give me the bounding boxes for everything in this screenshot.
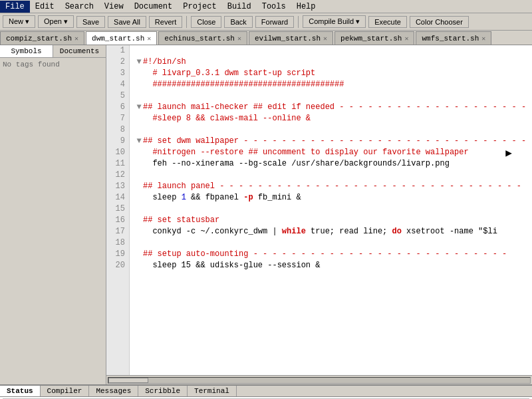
fold-2[interactable] [135, 68, 143, 79]
tab-pekwm-start[interactable]: pekwm_start.sh ✕ [334, 31, 414, 45]
tab-wmfs-start[interactable]: wmfs_start.sh ✕ [416, 31, 491, 45]
tab-close-compiz[interactable]: ✕ [74, 35, 78, 43]
menu-view[interactable]: View [99, 1, 129, 13]
horizontal-scrollbar[interactable] [106, 375, 532, 384]
sidebar-tab-symbols[interactable]: Symbols [0, 45, 53, 57]
code-line-5: ## launch mail-checker ## edit if needed… [143, 102, 532, 112]
msg-tab-messages[interactable]: Messages [89, 386, 138, 396]
color-chooser-button[interactable]: Color Chooser [410, 16, 469, 28]
tab-close-echinus[interactable]: ✕ [237, 35, 241, 43]
code-line-12: ## launch panel - - - - - - - - - - - - … [143, 182, 521, 191]
editor-area: 1 2 3 4 5 6 7 8 9 10 11 12 13 14 15 16 1 [106, 45, 532, 384]
sidebar-tab-bar: Symbols Documents [0, 45, 106, 58]
menu-search[interactable]: Search [60, 1, 99, 13]
fold-4[interactable] [135, 90, 143, 102]
code-line-2: # livarp_0.3.1 dwm start-up script [143, 68, 315, 78]
tab-compiz-start[interactable]: compiz_start.sh ✕ [0, 31, 84, 45]
menu-build[interactable]: Build [222, 1, 257, 13]
menu-edit[interactable]: Edit [30, 1, 60, 13]
save-all-button[interactable]: Save All [108, 16, 146, 28]
fold-1[interactable]: ▼ [135, 57, 143, 68]
fold-16[interactable] [135, 226, 143, 237]
tab-close-wmfs[interactable]: ✕ [481, 35, 485, 43]
fold-7[interactable] [135, 124, 143, 136]
menu-project[interactable]: Project [178, 1, 221, 13]
menu-file[interactable]: File [0, 1, 30, 13]
msg-tab-scribble[interactable]: Scribble [138, 386, 188, 396]
fold-19[interactable] [135, 260, 143, 271]
message-tab-bar: Status Compiler Messages Scribble Termin… [0, 386, 532, 397]
line-numbers: 1 2 3 4 5 6 7 8 9 10 11 12 13 14 15 16 1 [106, 45, 130, 375]
sidebar-tab-documents[interactable]: Documents [53, 45, 106, 57]
open-button[interactable]: Open ▾ [38, 15, 74, 28]
close-button[interactable]: Close [191, 16, 221, 28]
fold-11[interactable] [135, 170, 143, 181]
code-line-20 [143, 272, 148, 281]
toolbar-sep-2 [298, 16, 299, 28]
new-button[interactable]: New ▾ [3, 15, 35, 28]
fold-13[interactable] [135, 192, 143, 203]
menu-tools[interactable]: Tools [257, 1, 291, 13]
tab-close-evilwm[interactable]: ✕ [323, 35, 327, 43]
code-line-17 [143, 238, 148, 247]
editor[interactable]: 1 2 3 4 5 6 7 8 9 10 11 12 13 14 15 16 1 [106, 45, 532, 375]
message-panel: Status Compiler Messages Scribble Termin… [0, 384, 532, 399]
fold-3[interactable] [135, 79, 143, 90]
menu-document[interactable]: Document [129, 1, 178, 13]
tab-evilwm-start[interactable]: evilwm_start.sh ✕ [249, 31, 333, 45]
sidebar: Symbols Documents No tags found [0, 45, 106, 384]
code-line-3: ######################################## [143, 80, 344, 89]
fold-18[interactable] [135, 249, 143, 260]
code-editor[interactable]: ▼#!/bin/sh # livarp_0.3.1 dwm start-up s… [130, 45, 532, 375]
revert-button[interactable]: Revert [149, 16, 182, 28]
code-line-9: #nitrogen --restore ## uncomment to disp… [143, 148, 469, 157]
fold-9[interactable] [135, 147, 143, 158]
content-area: Symbols Documents No tags found 1 2 3 4 … [0, 45, 532, 384]
fold-10[interactable] [135, 158, 143, 170]
code-line-10: feh --no-xinerama --bg-scale /usr/share/… [143, 159, 450, 168]
execute-button[interactable]: Execute [368, 16, 407, 28]
menu-bar: File Edit Search View Document Project B… [0, 0, 532, 13]
code-line-16: conkyd -c ~/.conkyrc_dwm | while true; r… [143, 227, 497, 236]
fold-8[interactable]: ▼ [135, 136, 143, 147]
hscroll-thumb[interactable] [108, 378, 148, 383]
msg-tab-status[interactable]: Status [0, 386, 41, 396]
code-line-15: ## set statusbar [143, 215, 219, 225]
tab-echinus-start[interactable]: echinus_start.sh ✕ [158, 31, 247, 45]
fold-12[interactable] [135, 181, 143, 192]
menu-help[interactable]: Help [291, 1, 321, 13]
fold-20[interactable] [135, 271, 143, 283]
sidebar-content: No tags found [0, 58, 106, 384]
toolbar: New ▾ Open ▾ Save Save All Revert Close … [0, 13, 532, 31]
code-line-13: sleep 1 && fbpanel -p fb_mini & [143, 193, 301, 202]
tab-close-pekwm[interactable]: ✕ [404, 35, 408, 43]
fold-17[interactable] [135, 237, 143, 249]
code-line-7 [143, 125, 148, 134]
forward-button[interactable]: Forward [255, 16, 294, 28]
toolbar-sep-1 [186, 16, 187, 28]
save-button[interactable]: Save [76, 16, 105, 28]
code-line-18: ## setup auto-mounting - - - - - - - - -… [143, 249, 507, 259]
code-line-11 [143, 170, 148, 180]
no-tags-label: No tags found [3, 61, 60, 68]
code-line-19: sleep 15 && udisks-glue --session & [143, 261, 320, 270]
back-button[interactable]: Back [224, 16, 252, 28]
compile-button[interactable]: Compile Build ▾ [303, 15, 366, 28]
code-line-4 [143, 91, 148, 100]
tab-bar: compiz_start.sh ✕ dwm_start.sh ✕ echinus… [0, 31, 532, 45]
msg-tab-compiler[interactable]: Compiler [41, 386, 90, 396]
fold-5[interactable]: ▼ [135, 102, 143, 113]
code-line-6: #sleep 8 && claws-mail --online & [143, 114, 311, 123]
fold-6[interactable] [135, 113, 143, 124]
fold-15[interactable] [135, 215, 143, 226]
tab-close-dwm[interactable]: ✕ [147, 35, 151, 43]
code-line-8: ## set dwm wallpaper - - - - - - - - - -… [143, 136, 532, 146]
tab-dwm-start[interactable]: dwm_start.sh ✕ [86, 31, 157, 45]
code-line-14 [143, 204, 148, 213]
main-area: compiz_start.sh ✕ dwm_start.sh ✕ echinus… [0, 31, 532, 384]
hscroll-track[interactable] [108, 377, 531, 384]
msg-tab-terminal[interactable]: Terminal [188, 386, 237, 396]
code-line-1: #!/bin/sh [143, 57, 186, 66]
fold-14[interactable] [135, 203, 143, 215]
